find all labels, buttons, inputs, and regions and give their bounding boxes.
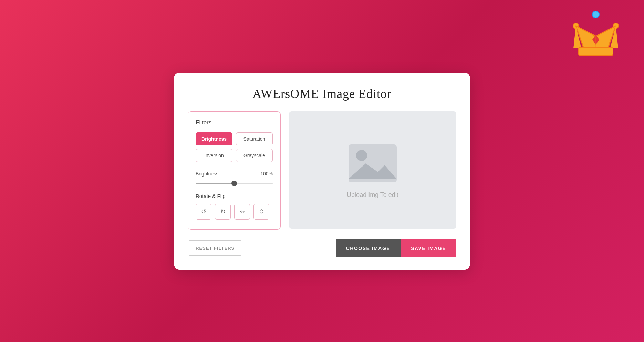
- filter-buttons-grid: Brightness Saturation Inversion Grayscal…: [196, 132, 273, 162]
- flip-v-icon: ⇕: [259, 208, 264, 215]
- flip-horizontal-btn[interactable]: ⇔: [234, 204, 250, 220]
- slider-row: Brightness 100%: [196, 171, 273, 177]
- action-buttons: CHOOSE IMAGE SAVE IMAGE: [336, 239, 456, 257]
- upload-text: Upload Img To edit: [347, 191, 398, 199]
- app-title: AWErsOME Image Editor: [188, 87, 456, 101]
- card-footer: RESET FILTERS CHOOSE IMAGE SAVE IMAGE: [188, 239, 456, 257]
- rotate-right-btn[interactable]: ↻: [215, 204, 231, 220]
- filters-label: Filters: [196, 119, 273, 126]
- filter-saturation-btn[interactable]: Saturation: [236, 132, 273, 145]
- svg-point-0: [592, 11, 599, 18]
- editor-card: AWErsOME Image Editor Filters Brightness…: [174, 73, 470, 270]
- brightness-slider[interactable]: [196, 183, 273, 184]
- image-preview: Upload Img To edit: [289, 111, 456, 229]
- slider-section: Brightness 100%: [196, 171, 273, 185]
- rotate-left-btn[interactable]: ↺: [196, 204, 211, 220]
- flip-h-icon: ⇔: [240, 208, 245, 215]
- rotate-left-icon: ↺: [201, 208, 206, 215]
- filter-inversion-btn[interactable]: Inversion: [196, 149, 232, 162]
- reset-filters-btn[interactable]: RESET FILTERS: [188, 240, 242, 256]
- flip-vertical-btn[interactable]: ⇕: [253, 204, 269, 220]
- slider-value: 100%: [260, 171, 273, 177]
- svg-rect-6: [579, 48, 613, 55]
- crown-decoration: [568, 7, 623, 62]
- rotate-right-icon: ↻: [220, 208, 226, 215]
- choose-image-btn[interactable]: CHOOSE IMAGE: [336, 239, 401, 257]
- filter-grayscale-btn[interactable]: Grayscale: [236, 149, 273, 162]
- save-image-btn[interactable]: SAVE IMAGE: [401, 239, 456, 257]
- card-body: Filters Brightness Saturation Inversion …: [188, 111, 456, 230]
- svg-point-10: [356, 150, 367, 161]
- placeholder-icon: [345, 141, 400, 186]
- filter-brightness-btn[interactable]: Brightness: [196, 132, 232, 145]
- filters-panel: Filters Brightness Saturation Inversion …: [188, 111, 281, 230]
- rotate-buttons: ↺ ↻ ⇔ ⇕: [196, 204, 273, 220]
- rotate-label: Rotate & Flip: [196, 193, 273, 199]
- slider-name: Brightness: [196, 171, 218, 177]
